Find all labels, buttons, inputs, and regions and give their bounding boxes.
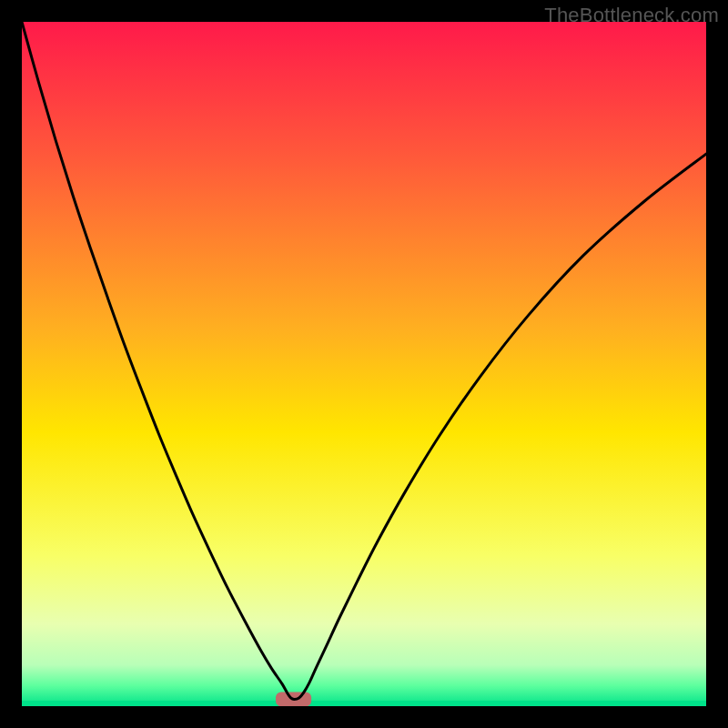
green-baseline bbox=[22, 701, 706, 706]
watermark-text: TheBottleneck.com bbox=[544, 4, 719, 27]
plot-area bbox=[22, 22, 706, 706]
chart-frame: TheBottleneck.com bbox=[0, 0, 728, 728]
chart-svg bbox=[22, 22, 706, 706]
gradient-background bbox=[22, 22, 706, 706]
